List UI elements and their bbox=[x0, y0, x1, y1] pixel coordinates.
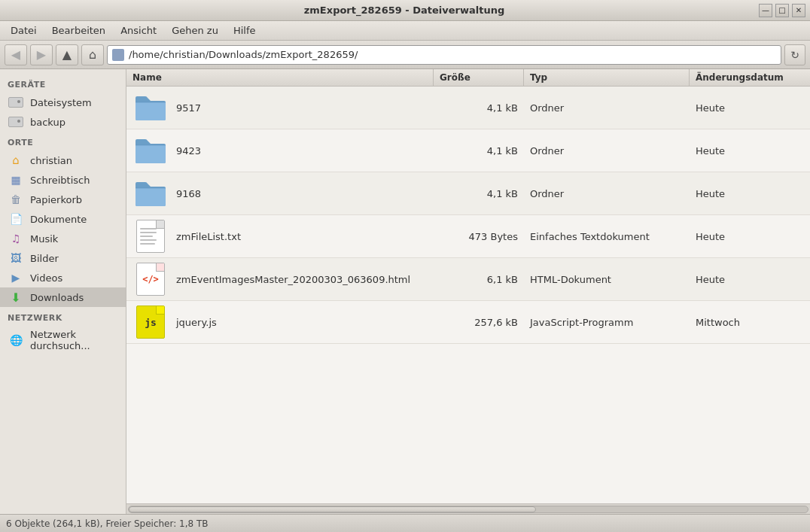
sidebar-label-netzwerk: Netzwerk durchsuch... bbox=[30, 329, 118, 351]
menu-hilfe[interactable]: Hilfe bbox=[226, 23, 263, 38]
table-row[interactable]: 9168 4,1 kB Ordner Heute bbox=[126, 172, 810, 215]
file-size: 4,1 kB bbox=[434, 142, 524, 160]
sidebar-item-downloads[interactable]: ⬇ Downloads bbox=[0, 287, 126, 307]
file-name-cell: 9517 bbox=[126, 87, 434, 129]
file-size: 4,1 kB bbox=[434, 99, 524, 117]
network-icon: 🌐 bbox=[8, 333, 24, 347]
back-icon: ◀ bbox=[11, 47, 20, 62]
file-icon-folder bbox=[132, 175, 169, 211]
forward-button[interactable]: ▶ bbox=[30, 44, 53, 65]
music-icon: ♫ bbox=[8, 232, 24, 245]
menu-bearbeiten[interactable]: Bearbeiten bbox=[44, 23, 113, 38]
address-text: /home/christian/Downloads/zmExport_28265… bbox=[129, 49, 358, 60]
table-row[interactable]: 9517 4,1 kB Ordner Heute bbox=[126, 87, 810, 129]
file-name-text: 9423 bbox=[176, 145, 201, 157]
menu-datei[interactable]: Datei bbox=[3, 23, 44, 38]
folder-location-icon bbox=[112, 49, 124, 61]
address-bar[interactable]: /home/christian/Downloads/zmExport_28265… bbox=[107, 45, 781, 65]
sidebar-label-backup: backup bbox=[30, 117, 65, 128]
video-icon: ▶ bbox=[8, 271, 24, 284]
sidebar-item-dokumente[interactable]: 📄 Dokumente bbox=[0, 209, 126, 229]
statusbar-text: 6 Objekte (264,1 kB), Freier Speicher: 1… bbox=[6, 518, 209, 529]
table-row[interactable]: 9423 4,1 kB Ordner Heute bbox=[126, 129, 810, 172]
docs-icon: 📄 bbox=[8, 212, 24, 226]
menu-gehen-zu[interactable]: Gehen zu bbox=[164, 23, 226, 38]
sidebar-item-papierkorb[interactable]: 🗑 Papierkorb bbox=[0, 190, 126, 209]
sidebar-label-videos: Videos bbox=[30, 272, 62, 284]
file-date: Heute bbox=[690, 228, 810, 245]
file-size: 6,1 kB bbox=[434, 271, 524, 288]
file-icon-html: </> bbox=[132, 261, 169, 297]
sidebar-item-dateisystem[interactable]: Dateisystem bbox=[0, 93, 126, 112]
file-type: Ordner bbox=[524, 99, 690, 117]
sidebar: GERÄTE Dateisystem backup ORTE ⌂ christi… bbox=[0, 69, 126, 514]
file-date: Heute bbox=[690, 185, 810, 202]
drive-icon bbox=[8, 115, 24, 129]
col-header-type[interactable]: Typ bbox=[524, 69, 690, 86]
col-header-name[interactable]: Name bbox=[126, 69, 434, 86]
file-name-text: zmEventImagesMaster_20200303_063609.html bbox=[176, 274, 410, 285]
back-button[interactable]: ◀ bbox=[5, 44, 27, 65]
images-icon: 🖼 bbox=[8, 251, 24, 265]
file-name-cell: js jquery.js bbox=[126, 301, 434, 343]
maximize-button[interactable]: □ bbox=[775, 4, 789, 17]
drive-icon bbox=[8, 96, 24, 109]
menubar: Datei Bearbeiten Ansicht Gehen zu Hilfe bbox=[0, 21, 810, 41]
content-area: Name Größe Typ Änderungsdatum 9517 bbox=[126, 69, 810, 514]
netzwerk-section-header: NETZWERK bbox=[0, 307, 126, 326]
table-row[interactable]: </> zmEventImagesMaster_20200303_063609.… bbox=[126, 258, 810, 301]
up-icon: ▲ bbox=[62, 47, 72, 62]
window-title: zmExport_282659 - Dateiverwaltung bbox=[50, 5, 759, 16]
close-button[interactable]: ✕ bbox=[792, 4, 805, 17]
statusbar: 6 Objekte (264,1 kB), Freier Speicher: 1… bbox=[0, 514, 810, 532]
file-date: Heute bbox=[690, 142, 810, 160]
desk-icon: ▦ bbox=[8, 173, 24, 187]
home-icon: ⌂ bbox=[89, 47, 96, 62]
sidebar-item-musik[interactable]: ♫ Musik bbox=[0, 229, 126, 248]
scrollbar-thumb[interactable] bbox=[129, 506, 536, 512]
file-icon-folder bbox=[132, 90, 169, 126]
table-header: Name Größe Typ Änderungsdatum bbox=[126, 69, 810, 87]
file-type: Ordner bbox=[524, 142, 690, 160]
sidebar-item-bilder[interactable]: 🖼 Bilder bbox=[0, 248, 126, 268]
sidebar-item-videos[interactable]: ▶ Videos bbox=[0, 268, 126, 287]
file-size: 473 Bytes bbox=[434, 228, 524, 245]
file-date: Heute bbox=[690, 99, 810, 117]
file-date: Mittwoch bbox=[690, 314, 810, 331]
file-type: Einfaches Textdokument bbox=[524, 228, 690, 245]
home-icon: ⌂ bbox=[8, 154, 24, 167]
horizontal-scrollbar[interactable] bbox=[126, 503, 810, 514]
orte-section-header: ORTE bbox=[0, 132, 126, 150]
file-name-cell: 9168 bbox=[126, 172, 434, 214]
up-button[interactable]: ▲ bbox=[56, 44, 78, 65]
file-table[interactable]: Name Größe Typ Änderungsdatum 9517 bbox=[126, 69, 810, 503]
file-type: Ordner bbox=[524, 185, 690, 202]
geraete-section-header: GERÄTE bbox=[0, 74, 126, 93]
file-icon-text bbox=[132, 218, 169, 254]
sidebar-item-netzwerk[interactable]: 🌐 Netzwerk durchsuch... bbox=[0, 326, 126, 354]
sidebar-label-christian: christian bbox=[30, 155, 72, 166]
sidebar-label-papierkorb: Papierkorb bbox=[30, 194, 82, 205]
sidebar-item-backup[interactable]: backup bbox=[0, 112, 126, 132]
scrollbar-track[interactable] bbox=[128, 506, 808, 513]
table-row[interactable]: zmFileList.txt 473 Bytes Einfaches Textd… bbox=[126, 215, 810, 258]
file-type: JavaScript-Programm bbox=[524, 314, 690, 331]
trash-icon: 🗑 bbox=[8, 193, 24, 206]
sidebar-label-dateisystem: Dateisystem bbox=[30, 97, 92, 108]
file-size: 257,6 kB bbox=[434, 314, 524, 331]
downloads-icon: ⬇ bbox=[8, 290, 24, 304]
col-header-date[interactable]: Änderungsdatum bbox=[690, 69, 810, 86]
refresh-button[interactable]: ↻ bbox=[784, 44, 805, 65]
menu-ansicht[interactable]: Ansicht bbox=[113, 23, 164, 38]
home-button[interactable]: ⌂ bbox=[81, 44, 104, 65]
col-header-size[interactable]: Größe bbox=[434, 69, 524, 86]
file-icon-folder bbox=[132, 132, 169, 169]
table-row[interactable]: js jquery.js 257,6 kB JavaScript-Program… bbox=[126, 301, 810, 344]
sidebar-label-schreibtisch: Schreibtisch bbox=[30, 175, 90, 186]
file-name-text: 9517 bbox=[176, 102, 201, 114]
minimize-button[interactable]: — bbox=[759, 4, 772, 17]
sidebar-item-schreibtisch[interactable]: ▦ Schreibtisch bbox=[0, 170, 126, 190]
file-name-text: jquery.js bbox=[176, 317, 217, 328]
sidebar-item-christian[interactable]: ⌂ christian bbox=[0, 150, 126, 170]
window-controls[interactable]: — □ ✕ bbox=[759, 4, 805, 17]
